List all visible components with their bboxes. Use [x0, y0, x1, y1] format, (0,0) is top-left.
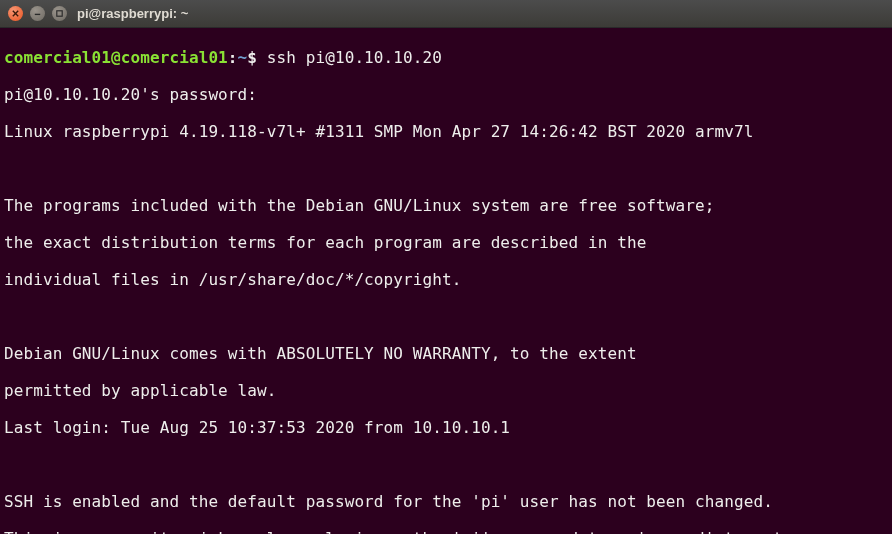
output-line: permitted by applicable law.: [4, 382, 888, 401]
prompt-line-1: comercial01@comercial01:~$ ssh pi@10.10.…: [4, 49, 888, 68]
prompt-colon: :: [228, 48, 238, 67]
close-button[interactable]: [8, 6, 23, 21]
prompt-user: comercial01@comercial01: [4, 48, 228, 67]
output-line: [4, 308, 888, 327]
output-line: This is a security risk - please login a…: [4, 530, 888, 535]
output-line: [4, 456, 888, 475]
window-titlebar: pi@raspberrypi: ~: [0, 0, 892, 28]
command-text: ssh pi@10.10.10.20: [267, 48, 442, 67]
output-line: Last login: Tue Aug 25 10:37:53 2020 fro…: [4, 419, 888, 438]
window-controls: [8, 6, 67, 21]
maximize-button[interactable]: [52, 6, 67, 21]
output-line: individual files in /usr/share/doc/*/cop…: [4, 271, 888, 290]
output-line: [4, 160, 888, 179]
maximize-icon: [55, 9, 64, 18]
output-line: SSH is enabled and the default password …: [4, 493, 888, 512]
output-line: the exact distribution terms for each pr…: [4, 234, 888, 253]
minimize-button[interactable]: [30, 6, 45, 21]
close-icon: [11, 9, 20, 18]
window-title: pi@raspberrypi: ~: [77, 6, 188, 21]
minimize-icon: [33, 9, 42, 18]
prompt-path: ~: [238, 48, 248, 67]
output-line: Linux raspberrypi 4.19.118-v7l+ #1311 SM…: [4, 123, 888, 142]
output-line: The programs included with the Debian GN…: [4, 197, 888, 216]
svg-rect-3: [57, 11, 62, 16]
output-line: pi@10.10.10.20's password:: [4, 86, 888, 105]
terminal-output[interactable]: comercial01@comercial01:~$ ssh pi@10.10.…: [0, 28, 892, 534]
output-line: Debian GNU/Linux comes with ABSOLUTELY N…: [4, 345, 888, 364]
prompt-dollar: $: [247, 48, 266, 67]
